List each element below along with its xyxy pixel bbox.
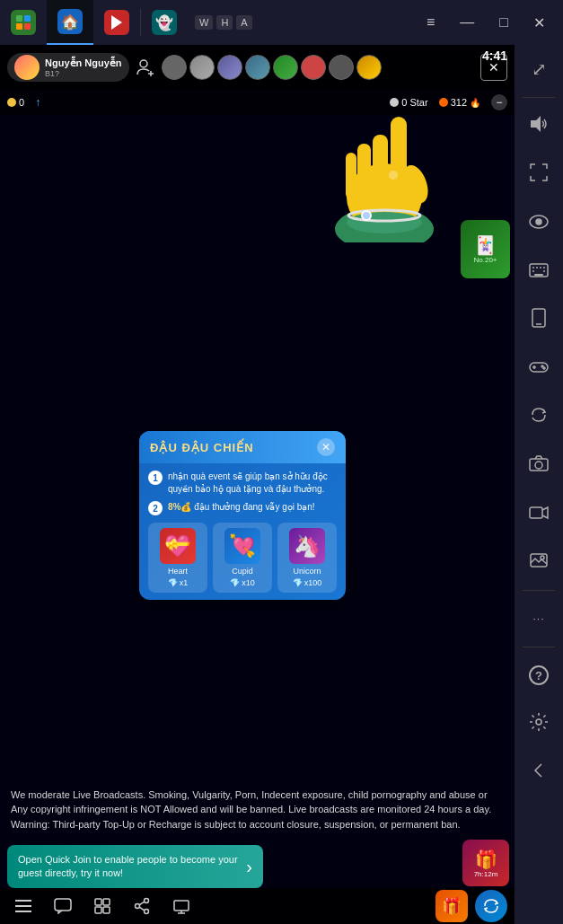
sidebar-divider-3	[523, 647, 555, 647]
svg-point-33	[347, 163, 422, 232]
gift-card-widget[interactable]: 🎁 7h:12m	[462, 840, 509, 886]
window-controls: ≡ — □ ✕	[423, 11, 563, 35]
close-icon[interactable]: ✕	[530, 11, 549, 35]
svg-point-21	[541, 365, 543, 367]
keyboard-button[interactable]	[515, 247, 563, 295]
app-header: Nguyễn Nguyễn B1? ✕	[0, 45, 515, 90]
unicorn-emoji: 🦄	[294, 533, 321, 559]
dialog-item-2: 2 8%💰 đậu thưởng đang vẫy gọi bạn!	[148, 501, 337, 515]
video-button[interactable]	[515, 489, 563, 538]
tab-home[interactable]: 🏠	[47, 0, 93, 45]
svg-rect-49	[103, 899, 110, 905]
gift-button[interactable]: 🎁	[435, 890, 468, 922]
maximize-icon[interactable]: □	[496, 11, 512, 34]
video-icon	[529, 504, 549, 524]
game-icon: 👻	[152, 10, 177, 35]
quick-join-banner[interactable]: Open Quick Join to enable people to beco…	[7, 845, 263, 888]
svg-rect-51	[103, 907, 110, 913]
eye-button[interactable]	[515, 198, 563, 247]
svg-point-39	[389, 171, 398, 180]
svg-point-43	[363, 212, 370, 219]
svg-rect-0	[16, 15, 22, 22]
settings-button[interactable]	[515, 700, 563, 748]
svg-point-54	[136, 904, 140, 909]
fire-stat: 312 🔥	[439, 97, 480, 108]
more-icon: ···	[532, 612, 544, 625]
star-stat: 0 Star	[390, 97, 427, 108]
phone-button[interactable]	[515, 295, 563, 344]
time-display: 4:41	[482, 48, 507, 63]
card-image: 🃏	[474, 234, 497, 256]
stats-bar: 0 ↑ 0 Star 312 🔥 −	[0, 90, 515, 115]
chat-button[interactable]	[47, 890, 79, 922]
svg-rect-1	[24, 15, 31, 22]
more-button[interactable]: ···	[515, 594, 563, 643]
top-right-card[interactable]: 🃏 No.20+	[461, 220, 510, 278]
gallery-button[interactable]	[515, 538, 563, 586]
hamburger-button[interactable]	[7, 890, 40, 922]
svg-rect-34	[391, 117, 407, 180]
tab-play-store[interactable]	[93, 0, 140, 45]
rotate-button[interactable]	[515, 392, 563, 441]
viewer-avatar-3	[217, 55, 242, 80]
screen-button[interactable]	[165, 890, 198, 922]
volume-button[interactable]	[515, 101, 563, 150]
dialog-title: ĐẬU ĐẬU CHIẾN	[150, 441, 254, 454]
help-icon: ?	[529, 665, 549, 685]
moderation-text: We moderate Live Broadcasts. Smoking, Vu…	[0, 780, 515, 840]
svg-point-40	[347, 212, 422, 233]
minus-button[interactable]: −	[491, 94, 507, 110]
step-2-badge: 2	[148, 501, 163, 515]
minimize-icon[interactable]: —	[456, 11, 478, 34]
help-button[interactable]: ?	[515, 651, 563, 700]
user-info-panel[interactable]: Nguyễn Nguyễn B1?	[7, 53, 129, 82]
svg-point-24	[535, 462, 542, 469]
coin-stat: 0	[7, 97, 24, 108]
keyboard-icon	[529, 261, 549, 282]
expand-icon: ⤢	[532, 58, 547, 80]
viewer-avatar-2	[189, 55, 215, 80]
gallery-icon	[530, 551, 548, 574]
dialog-close-button[interactable]: ✕	[317, 438, 335, 456]
tab-bluestacks[interactable]	[0, 0, 47, 45]
dialog-item-1: 1 nhận quà event sẽ giúp bạn sở hữu độc …	[148, 471, 337, 496]
camera-button[interactable]	[515, 441, 563, 489]
label-w: W	[195, 15, 213, 30]
svg-point-27	[541, 556, 544, 559]
add-user-icon[interactable]	[135, 57, 156, 78]
back-button[interactable]	[515, 748, 563, 796]
dialog-body: 1 nhận quà event sẽ giúp bạn sở hữu độc …	[139, 463, 346, 600]
fire-dot	[439, 98, 448, 107]
reward-items-row: 💝 Heart 💎 x1 💘 Cupid 💎	[148, 523, 337, 593]
viewer-avatar-8	[356, 55, 382, 80]
coin-value: 0	[19, 97, 24, 108]
svg-rect-25	[530, 507, 542, 518]
menu-icon[interactable]: ≡	[423, 11, 438, 34]
reward-cupid: 💘 Cupid 💎 x10	[213, 523, 272, 593]
svg-point-38	[399, 162, 433, 207]
expand-button[interactable]: ⤢	[515, 45, 563, 93]
gift-card-image: 🎁	[475, 849, 497, 870]
fullscreen-button[interactable]	[515, 150, 563, 198]
viewer-avatars	[162, 55, 476, 80]
step-1-badge: 1	[148, 471, 163, 485]
star-value: 0 Star	[401, 97, 427, 108]
gamepad-button[interactable]	[515, 344, 563, 392]
heart-image: 💝	[160, 528, 196, 564]
svg-rect-36	[357, 144, 371, 198]
nav-right-controls: 🎁	[435, 890, 507, 922]
gift-card-label: 7h:12m	[474, 870, 498, 878]
svg-rect-48	[95, 899, 101, 905]
heart-count-value: x1	[180, 578, 189, 587]
settings-icon	[529, 712, 549, 736]
tab-game[interactable]: 👻	[141, 0, 188, 45]
svg-point-28	[536, 719, 541, 725]
grid-button[interactable]	[86, 890, 119, 922]
heart-label: Heart	[168, 567, 188, 576]
viewer-avatar-6	[301, 55, 326, 80]
cupid-label: Cupid	[232, 567, 253, 576]
user-avatar	[14, 55, 40, 80]
share-button[interactable]	[126, 890, 158, 922]
coin-rotate-button[interactable]	[475, 890, 507, 922]
bluestacks-logo	[11, 10, 36, 35]
